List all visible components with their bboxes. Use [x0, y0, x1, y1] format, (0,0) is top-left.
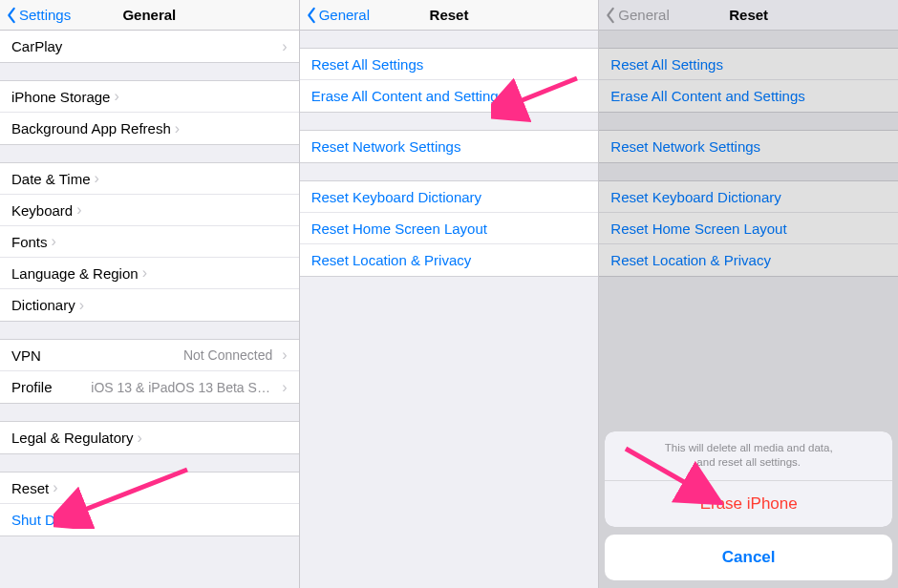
back-label: General: [618, 7, 669, 23]
cell-keyboard[interactable]: Keyboard ›: [0, 195, 299, 226]
chevron-right-icon: ›: [95, 171, 99, 186]
cell-reset[interactable]: Reset ›: [0, 472, 299, 504]
cell-legal-regulatory[interactable]: Legal & Regulatory ›: [0, 422, 299, 453]
content: Reset All Settings Erase All Content and…: [599, 31, 898, 588]
cell-label: Background App Refresh: [11, 120, 171, 136]
chevron-right-icon: ›: [53, 480, 57, 495]
pane-reset-confirm: General Reset Reset All Settings Erase A…: [599, 0, 898, 588]
button-label: Cancel: [722, 548, 776, 566]
back-button[interactable]: General: [306, 7, 370, 24]
cell-label: Reset Network Settings: [610, 138, 760, 155]
cell-reset-keyboard-dictionary: Reset Keyboard Dictionary: [599, 181, 898, 213]
action-sheet-message: This will delete all media and data, and…: [605, 431, 892, 481]
chevron-right-icon: ›: [282, 39, 287, 54]
cell-carplay[interactable]: CarPlay ›: [0, 31, 299, 62]
cell-label: Reset Home Screen Layout: [311, 220, 487, 237]
cell-label: Keyboard: [11, 202, 73, 219]
group: Reset Keyboard Dictionary Reset Home Scr…: [599, 180, 898, 277]
cell-label: Reset Keyboard Dictionary: [311, 189, 481, 205]
cell-erase-all-content: Erase All Content and Settings: [599, 80, 898, 112]
chevron-right-icon: ›: [282, 380, 287, 395]
cell-value: Not Connected: [183, 347, 272, 363]
cell-dictionary[interactable]: Dictionary ›: [0, 289, 299, 321]
cancel-button[interactable]: Cancel: [605, 535, 892, 580]
content[interactable]: CarPlay › iPhone Storage › Background Ap…: [0, 31, 299, 588]
chevron-right-icon: ›: [142, 265, 147, 281]
cell-label: Shut Down: [11, 512, 81, 528]
pane-general: Settings General CarPlay › iPhone Storag…: [0, 0, 300, 588]
cell-label: Reset Network Settings: [311, 138, 461, 155]
cell-reset-location-privacy[interactable]: Reset Location & Privacy: [300, 244, 599, 276]
cell-label: CarPlay: [11, 38, 62, 54]
chevron-left-icon: [306, 7, 317, 24]
navbar-reset-dim: General Reset: [599, 0, 898, 31]
cell-value: iOS 13 & iPadOS 13 Beta Software Pr...: [91, 380, 272, 395]
cell-label: VPN: [11, 347, 41, 364]
cell-shut-down[interactable]: Shut Down: [0, 504, 299, 536]
cell-reset-all-settings: Reset All Settings: [599, 49, 898, 80]
group: iPhone Storage › Background App Refresh …: [0, 80, 299, 145]
chevron-right-icon: ›: [79, 298, 84, 313]
group: Reset Network Settings: [599, 130, 898, 163]
navbar-general: Settings General: [0, 0, 299, 31]
cell-label: Reset All Settings: [610, 56, 723, 73]
erase-iphone-button[interactable]: Erase iPhone: [605, 481, 892, 527]
group: VPN Not Connected › Profile iOS 13 & iPa…: [0, 339, 299, 404]
cell-label: Fonts: [11, 234, 48, 250]
chevron-right-icon: ›: [175, 121, 180, 136]
cell-label: Legal & Regulatory: [11, 430, 134, 446]
cell-reset-network-settings[interactable]: Reset Network Settings: [300, 131, 599, 162]
cell-label: Reset: [11, 480, 49, 496]
chevron-right-icon: ›: [138, 430, 142, 446]
cell-erase-all-content[interactable]: Erase All Content and Settings: [300, 80, 599, 112]
action-sheet-card: This will delete all media and data, and…: [605, 431, 892, 527]
cell-language-region[interactable]: Language & Region ›: [0, 258, 299, 289]
cell-label: Reset Location & Privacy: [610, 252, 771, 268]
cell-date-time[interactable]: Date & Time ›: [0, 163, 299, 195]
chevron-right-icon: ›: [114, 89, 118, 104]
cell-label: Dictionary: [11, 297, 75, 313]
content[interactable]: Reset All Settings Erase All Content and…: [300, 31, 599, 588]
cell-label: Reset All Settings: [311, 56, 424, 73]
cell-label: Profile: [11, 379, 53, 395]
cell-reset-home-screen-layout[interactable]: Reset Home Screen Layout: [300, 213, 599, 244]
group: Reset All Settings Erase All Content and…: [300, 48, 599, 113]
cell-reset-keyboard-dictionary[interactable]: Reset Keyboard Dictionary: [300, 181, 599, 213]
group: Date & Time › Keyboard › Fonts › Languag…: [0, 162, 299, 322]
action-sheet: This will delete all media and data, and…: [605, 431, 892, 580]
cell-background-app-refresh[interactable]: Background App Refresh ›: [0, 113, 299, 144]
cell-reset-home-screen-layout: Reset Home Screen Layout: [599, 213, 898, 244]
cell-vpn[interactable]: VPN Not Connected ›: [0, 340, 299, 371]
cell-label: Date & Time: [11, 171, 91, 187]
chevron-right-icon: ›: [52, 234, 56, 249]
cell-label: Erase All Content and Settings: [610, 88, 804, 104]
group: Legal & Regulatory ›: [0, 421, 299, 454]
cell-label: Reset Keyboard Dictionary: [610, 189, 780, 205]
group: Reset Network Settings: [300, 130, 599, 163]
back-label: General: [319, 7, 370, 23]
cell-reset-all-settings[interactable]: Reset All Settings: [300, 49, 599, 80]
group: Reset All Settings Erase All Content and…: [599, 48, 898, 113]
cell-iphone-storage[interactable]: iPhone Storage ›: [0, 81, 299, 113]
back-label: Settings: [19, 7, 71, 23]
chevron-left-icon: [605, 7, 616, 24]
group: Reset Keyboard Dictionary Reset Home Scr…: [300, 180, 599, 277]
pane-reset: General Reset Reset All Settings Erase A…: [300, 0, 600, 588]
cell-label: Language & Region: [11, 265, 139, 282]
sheet-message-line: This will delete all media and data,: [665, 442, 833, 453]
group: CarPlay ›: [0, 31, 299, 63]
group: Reset › Shut Down: [0, 472, 299, 536]
cell-fonts[interactable]: Fonts ›: [0, 226, 299, 258]
chevron-left-icon: [6, 7, 17, 24]
back-button: General: [605, 7, 669, 24]
button-label: Erase iPhone: [700, 494, 798, 513]
cell-label: Reset Location & Privacy: [311, 252, 472, 268]
sheet-message-line: and reset all settings.: [696, 456, 801, 468]
cell-profile[interactable]: Profile iOS 13 & iPadOS 13 Beta Software…: [0, 371, 299, 403]
back-button[interactable]: Settings: [6, 7, 71, 24]
chevron-right-icon: ›: [76, 202, 81, 218]
cell-reset-location-privacy: Reset Location & Privacy: [599, 244, 898, 276]
chevron-right-icon: ›: [282, 347, 287, 363]
cell-label: Erase All Content and Settings: [311, 88, 505, 104]
cell-label: iPhone Storage: [11, 89, 110, 105]
